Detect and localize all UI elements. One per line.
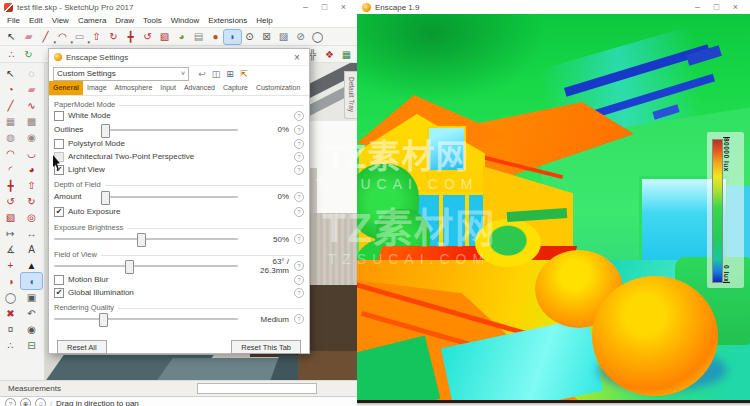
zoom-extents-tool-icon[interactable]: ✖ (0, 305, 21, 321)
export-preset-icon[interactable]: ⇱ (238, 68, 250, 80)
menu-edit[interactable]: Edit (29, 16, 43, 25)
zoom-tool-icon[interactable]: ◯ (0, 289, 21, 305)
image-export-icon[interactable]: ▦ (338, 47, 355, 61)
measurements-input[interactable] (197, 383, 317, 394)
dimension-tool-icon[interactable]: ↔ (21, 225, 42, 241)
close-button[interactable]: × (334, 0, 353, 14)
previous-view-tool-icon[interactable]: ↶ (21, 305, 42, 321)
styles-circle-icon[interactable]: ◯ (309, 30, 326, 44)
3d-text-tool-icon[interactable]: ▲ (21, 257, 42, 273)
pan-tool-icon[interactable]: ◗ (224, 30, 241, 44)
paint-bucket-tool-icon[interactable]: ◕ (173, 30, 190, 44)
walk-tool-icon[interactable]: ∴ (0, 337, 21, 353)
three-point-arc-tool-icon[interactable]: ◜ (0, 161, 21, 177)
menu-file[interactable]: File (7, 16, 20, 25)
polygon-tool-icon[interactable]: ◉ (21, 129, 42, 145)
back-edges-toggle-icon[interactable]: ▨ (275, 30, 292, 44)
minimize-button[interactable]: – (296, 0, 315, 14)
pan-tool-icon[interactable]: ◖ (21, 273, 42, 289)
help-icon[interactable]: ? (294, 207, 304, 217)
default-tray-tab[interactable]: Default Tray (344, 71, 357, 119)
line-tool-icon[interactable]: ╱▾ (37, 30, 54, 44)
offset-tool-icon[interactable]: ◎ (21, 209, 42, 225)
freehand-tool-icon[interactable]: ∿ (21, 97, 42, 113)
reset-all-button[interactable]: Reset All (57, 340, 107, 354)
orbit-tool-icon[interactable]: ◑ (0, 273, 21, 289)
rectangle-tool-icon[interactable]: ▭▾ (71, 30, 88, 44)
eraser-tool-icon[interactable]: ▰ (20, 30, 37, 44)
zoom-extents-tool-icon[interactable]: ⊠ (258, 30, 275, 44)
menu-draw[interactable]: Draw (115, 16, 134, 25)
preset-select[interactable]: Custom Settings ˅ (53, 67, 189, 81)
slider-thumb[interactable] (125, 260, 134, 274)
quality-slider[interactable] (54, 318, 238, 320)
outlines-slider[interactable] (101, 129, 238, 131)
undo-preset-icon[interactable]: ↩ (196, 68, 208, 80)
global-illumination-checkbox[interactable]: ✔ (54, 288, 64, 298)
help-icon[interactable]: ? (294, 111, 304, 121)
close-button[interactable]: × (726, 0, 745, 14)
help-icon[interactable]: ? (294, 139, 304, 149)
text-tool-icon[interactable]: ▤ (190, 30, 207, 44)
text-tool-icon[interactable]: A (21, 241, 42, 257)
reset-this-tab-button[interactable]: Reset This Tab (231, 340, 301, 354)
geolocation-icon[interactable]: ⊕ (20, 398, 31, 406)
help-icon[interactable]: ? (294, 261, 304, 271)
protractor-tool-icon[interactable]: ∡ (0, 241, 21, 257)
rectangle-tool-icon[interactable]: ▦ (0, 113, 21, 129)
white-mode-checkbox[interactable] (54, 111, 64, 121)
help-icon[interactable]: ? (294, 125, 304, 135)
help-icon[interactable]: ? (294, 165, 304, 175)
maximize-button[interactable]: □ (707, 0, 726, 14)
orbit-tool-icon[interactable]: ● (207, 30, 224, 44)
eraser-tool-icon[interactable]: ▰ (21, 81, 42, 97)
rotate-tool-icon[interactable]: ↺ (139, 30, 156, 44)
select-tool-icon[interactable]: ↖ (3, 30, 20, 44)
follow-me-tool-icon[interactable]: ↻ (21, 193, 42, 209)
arc-tool-icon[interactable]: ◠▾ (54, 30, 71, 44)
position-camera-tool-icon[interactable]: ¤ (0, 321, 21, 337)
move-tool-icon[interactable]: ╋ (0, 177, 21, 193)
menu-window[interactable]: Window (171, 16, 199, 25)
section-plane-tool-icon[interactable]: ⊟ (21, 337, 42, 353)
slider-thumb[interactable] (137, 233, 146, 247)
slider-thumb[interactable] (101, 124, 110, 138)
auto-exposure-checkbox[interactable]: ✔ (54, 207, 64, 217)
select-tool-icon[interactable]: ↖ (0, 65, 21, 81)
tab-image[interactable]: Image (83, 81, 110, 95)
fov-slider[interactable] (54, 265, 238, 267)
minimize-button[interactable]: – (688, 0, 707, 14)
menu-view[interactable]: View (52, 16, 69, 25)
lasso-select-tool-icon[interactable]: ◌ (21, 65, 42, 81)
tab-capture[interactable]: Capture (219, 81, 252, 95)
rotated-rectangle-tool-icon[interactable]: ▩ (21, 113, 42, 129)
arc-tool-icon[interactable]: ◠ (0, 145, 21, 161)
tab-general[interactable]: General (49, 81, 83, 95)
amount-slider[interactable] (101, 196, 238, 198)
help-icon[interactable]: ? (294, 152, 304, 162)
menu-extensions[interactable]: Extensions (208, 16, 247, 25)
exposure-slider[interactable] (54, 238, 238, 240)
menu-help[interactable]: Help (256, 16, 272, 25)
help-icon[interactable]: ? (294, 192, 304, 202)
rotate-tool-icon[interactable]: ↺ (0, 193, 21, 209)
polystyrol-checkbox[interactable] (54, 139, 64, 149)
zoom-window-tool-icon[interactable]: ▣ (21, 289, 42, 305)
help-icon[interactable]: ? (294, 234, 304, 244)
two-point-arc-tool-icon[interactable]: ◡ (21, 145, 42, 161)
axes-tool-icon[interactable]: + (0, 257, 21, 273)
help-icon[interactable]: ? (294, 314, 304, 324)
help-icon[interactable]: ? (5, 398, 16, 406)
save-as-preset-icon[interactable]: ⊞ (224, 68, 236, 80)
light-view-checkbox[interactable]: ✔ (54, 165, 64, 175)
credits-icon[interactable]: ☺ (35, 398, 46, 406)
push-pull-tool-icon[interactable]: ⇧ (21, 177, 42, 193)
push-pull-tool-icon[interactable]: ⇧ (88, 30, 105, 44)
pie-tool-icon[interactable]: ◕ (21, 161, 42, 177)
zoom-tool-icon[interactable]: ⊙ (241, 30, 258, 44)
help-icon[interactable]: ? (294, 275, 304, 285)
section-plane-toggle-icon[interactable]: ⊘ (292, 30, 309, 44)
circle-tool-icon[interactable]: ◍ (0, 129, 21, 145)
paint-bucket-tool-icon[interactable]: ◔ (0, 81, 21, 97)
menu-camera[interactable]: Camera (78, 16, 106, 25)
